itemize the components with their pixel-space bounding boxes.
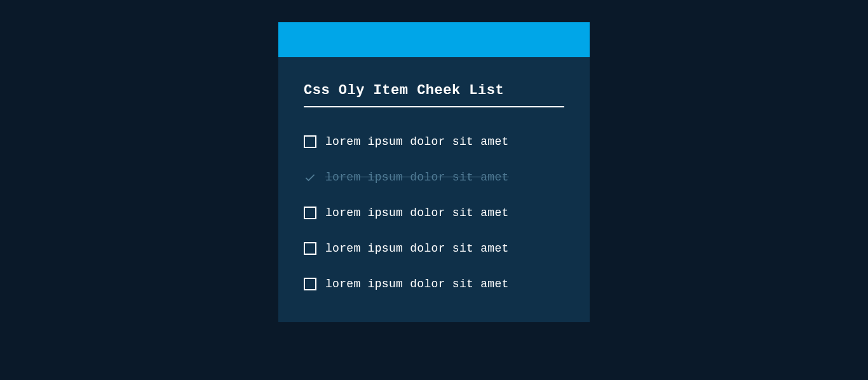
checkbox-unchecked-icon[interactable] [304,278,316,290]
checkmark-icon[interactable] [304,171,316,184]
list-item-label: lorem ipsum dolor sit amet [325,207,509,219]
card-accent-bar [278,22,590,57]
list-item[interactable]: lorem ipsum dolor sit amet [304,266,564,302]
checklist-card: Css Oly Item Cheek List lorem ipsum dolo… [278,22,590,322]
list-item[interactable]: lorem ipsum dolor sit amet [304,124,564,159]
card-title: Css Oly Item Cheek List [304,83,564,107]
card-body: Css Oly Item Cheek List lorem ipsum dolo… [278,57,590,322]
list-item-label: lorem ipsum dolor sit amet [325,242,509,255]
checkbox-unchecked-icon[interactable] [304,207,316,219]
checkbox-unchecked-icon[interactable] [304,135,316,148]
list-item[interactable]: lorem ipsum dolor sit amet [304,195,564,231]
checkbox-unchecked-icon[interactable] [304,242,316,255]
list-item[interactable]: lorem ipsum dolor sit amet [304,159,564,195]
list-item[interactable]: lorem ipsum dolor sit amet [304,231,564,266]
check-list: lorem ipsum dolor sit amet lorem ipsum d… [304,124,564,302]
list-item-label: lorem ipsum dolor sit amet [325,135,509,148]
list-item-label: lorem ipsum dolor sit amet [325,278,509,290]
list-item-label: lorem ipsum dolor sit amet [325,171,509,184]
